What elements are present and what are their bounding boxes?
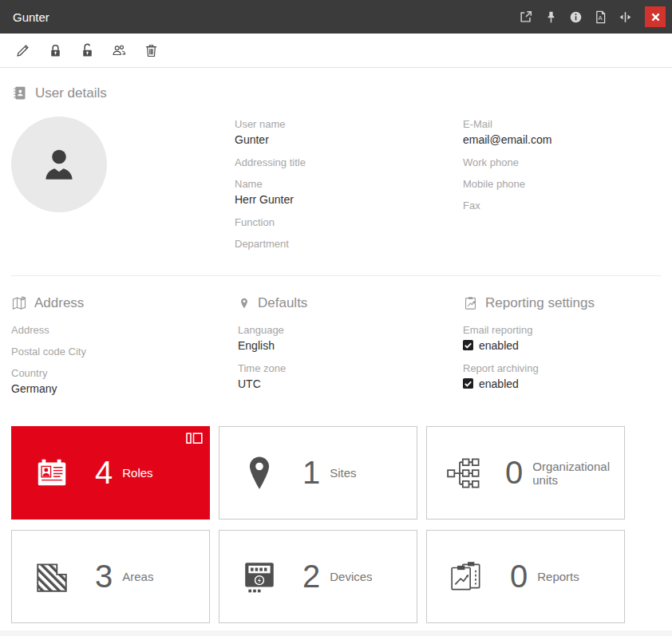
open-in-new-window-icon[interactable]	[517, 8, 535, 26]
field-label: Name	[235, 176, 463, 192]
field-email: E-Mail email@email.com	[463, 117, 661, 148]
window-title: Gunter	[13, 10, 517, 24]
tile-label: Organizational units	[532, 460, 624, 487]
tile-roles[interactable]: 4 Roles	[11, 426, 210, 519]
info-icon[interactable]	[567, 8, 584, 26]
assign-users-icon[interactable]	[105, 37, 132, 64]
field-name: Name Herr Gunter	[235, 176, 463, 208]
toolbar	[0, 34, 672, 68]
defaults-column: Defaults Language English Time zone UTC	[238, 295, 463, 404]
checkbox-label: enabled	[479, 376, 519, 393]
titlebar: Gunter A	[0, 0, 672, 34]
tile-label: Devices	[330, 570, 372, 583]
field-label: Fax	[463, 198, 661, 213]
tile-count: 1	[302, 455, 320, 491]
avatar[interactable]	[11, 117, 107, 212]
sites-pin-icon	[239, 455, 280, 492]
field-value: Gunter	[235, 132, 463, 148]
bottom-strip	[0, 630, 672, 636]
reports-icon	[446, 559, 488, 595]
section-title: Address	[34, 295, 84, 311]
field-label: Postal code City	[11, 344, 238, 359]
address-column: Address Address Postal code City Country…	[11, 295, 238, 404]
report-archiving-checkbox[interactable]: enabled	[463, 376, 661, 393]
tile-count: 0	[505, 455, 523, 491]
svg-text:A: A	[598, 14, 603, 22]
email-reporting-checkbox[interactable]: enabled	[463, 338, 661, 354]
field-label: User name	[235, 117, 463, 132]
field-label: Language	[238, 322, 463, 338]
field-function: Function	[235, 215, 463, 230]
field-user-name: User name Gunter	[235, 117, 463, 148]
field-label: Email reporting	[463, 322, 661, 338]
user-fields-right: E-Mail email@email.com Work phone Mobile…	[463, 117, 661, 258]
reporting-column: Reporting settings Email reporting enabl…	[463, 295, 661, 404]
edit-icon[interactable]	[10, 37, 37, 64]
roles-icon	[31, 455, 73, 492]
address-header: Address	[11, 295, 238, 311]
tile-count: 3	[95, 559, 113, 595]
tile-devices[interactable]: 2 Devices	[219, 530, 417, 623]
avatar-column	[11, 117, 235, 258]
detail-panel-icon	[186, 433, 203, 448]
field-label: E-Mail	[463, 117, 661, 132]
pin-icon[interactable]	[542, 8, 559, 26]
field-value: Herr Gunter	[235, 192, 463, 208]
map-icon	[11, 295, 27, 311]
tile-organizational-units[interactable]: 0 Organizational units	[426, 426, 625, 519]
section-title: Defaults	[258, 295, 307, 311]
titlebar-actions: A	[517, 6, 666, 27]
tile-count: 4	[95, 455, 113, 491]
user-details-header: User details	[11, 85, 661, 101]
field-label: Time zone	[238, 361, 463, 376]
field-value: UTC	[238, 376, 463, 393]
checkbox-checked-icon	[463, 376, 473, 393]
tile-grid: 4 Roles 1 Sites 0 Organizational units	[11, 426, 661, 623]
lock-icon[interactable]	[42, 37, 69, 64]
checkbox-label: enabled	[479, 338, 519, 354]
field-label: Addressing title	[235, 155, 463, 170]
field-address: Address	[11, 322, 238, 338]
main-content: User details User name Gunter Addressing…	[0, 85, 672, 623]
field-fax: Fax	[463, 198, 661, 213]
defaults-header: Defaults	[238, 295, 463, 311]
reporting-header: Reporting settings	[463, 295, 661, 311]
unlock-icon[interactable]	[73, 37, 101, 64]
field-value: English	[238, 338, 463, 354]
info-section: Address Address Postal code City Country…	[11, 276, 661, 404]
field-value: email@email.com	[463, 132, 661, 148]
tile-label: Sites	[330, 466, 356, 480]
field-label: Report archiving	[463, 361, 661, 376]
field-label: Work phone	[463, 155, 661, 170]
field-country: Country Germany	[11, 365, 238, 397]
resize-horizontal-icon[interactable]	[616, 8, 634, 26]
field-department: Department	[235, 236, 463, 251]
field-label: Country	[11, 365, 238, 381]
tile-count: 0	[510, 559, 528, 595]
field-email-reporting: Email reporting enabled	[463, 322, 661, 354]
tile-areas[interactable]: 3 Areas	[11, 530, 210, 623]
tile-label: Areas	[122, 570, 153, 583]
tile-label: Roles	[122, 466, 152, 480]
checkbox-checked-icon	[463, 338, 473, 354]
close-button[interactable]	[645, 6, 666, 27]
location-pin-icon	[238, 295, 251, 311]
tile-sites[interactable]: 1 Sites	[219, 426, 417, 519]
device-meter-icon	[239, 559, 280, 595]
field-value: Germany	[11, 381, 238, 397]
export-pdf-icon[interactable]: A	[591, 8, 609, 26]
tile-reports[interactable]: 0 Reports	[426, 530, 625, 623]
delete-icon[interactable]	[137, 37, 164, 64]
clipboard-chart-icon	[463, 295, 478, 311]
section-title: User details	[35, 85, 107, 101]
areas-icon	[31, 559, 73, 595]
field-label: Department	[235, 236, 463, 251]
field-time-zone: Time zone UTC	[238, 361, 463, 393]
org-tree-icon	[446, 456, 483, 491]
field-label: Address	[11, 322, 238, 338]
field-language: Language English	[238, 322, 463, 354]
field-postal-code-city: Postal code City	[11, 344, 238, 359]
field-report-archiving: Report archiving enabled	[463, 361, 661, 393]
user-details-section: User details User name Gunter Addressing…	[11, 85, 661, 258]
field-work-phone: Work phone	[463, 155, 661, 170]
